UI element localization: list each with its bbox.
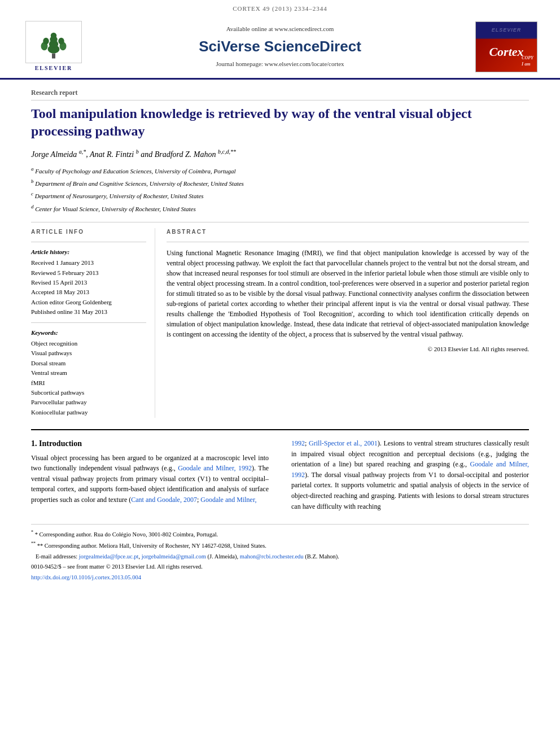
journal-center-header: Available online at www.sciencedirect.co… [85, 25, 475, 68]
footnote-2: ** ** Corresponding author. Meliora Hall… [31, 540, 529, 550]
cortex-journal-logo: ELSEVIER Cortex COPYI am [475, 21, 537, 72]
authors-line: Jorge Almeida a,*, Anat R. Fintzi b and … [31, 148, 529, 160]
citation-text: CORTEX 49 (2013) 2334–2344 [233, 5, 327, 12]
keywords-label: Keywords: [31, 329, 146, 337]
copyright-notice: © 2013 Elsevier Ltd. All rights reserved… [167, 345, 529, 353]
affiliations-block: a Faculty of Psychology and Education Sc… [31, 165, 529, 214]
keyword-object-recognition: Object recognition [31, 339, 146, 348]
info-divider-middle [31, 322, 146, 323]
keyword-parvocellular: Parvocellular pathway [31, 398, 146, 407]
affiliation-b: b Department of Brain and Cognitive Scie… [31, 177, 529, 189]
ref-cant-goodale[interactable]: Cant and Goodale, 2007 [131, 496, 197, 504]
section-divider [31, 222, 529, 222]
main-content: Research report Tool manipulation knowle… [0, 80, 560, 595]
introduction-section: 1. Introduction Visual object processing… [31, 429, 529, 515]
article-info-column: ARTICLE INFO Article history: Received 1… [31, 228, 155, 418]
sciverse-title: SciVerse ScienceDirect [85, 36, 475, 56]
keyword-dorsal-stream: Dorsal stream [31, 359, 146, 368]
history-revised-april: Revised 15 April 2013 [31, 278, 146, 287]
elsevier-logo-image [25, 21, 82, 63]
keywords-block: Keywords: Object recognition Visual path… [31, 329, 146, 417]
affiliation-a: a Faculty of Psychology and Education Sc… [31, 165, 529, 176]
history-accepted: Accepted 18 May 2013 [31, 288, 146, 296]
elsevier-tree-icon [37, 29, 71, 60]
abstract-heading: ABSTRACT [167, 228, 529, 236]
available-online-text: Available online at www.sciencedirect.co… [85, 25, 475, 33]
article-history-label: Article history: [31, 248, 146, 256]
journal-homepage-text: Journal homepage: www.elsevier.com/locat… [85, 60, 475, 68]
history-published-online: Published online 31 May 2013 [31, 308, 146, 316]
affiliation-d: d Center for Visual Science, University … [31, 203, 529, 214]
abstract-text: Using functional Magnetic Resonance Imag… [167, 248, 529, 339]
footnote-issn: 0010-9452/$ – see front matter © 2013 El… [31, 562, 529, 571]
elsevier-brand-text: ELSEVIER [35, 64, 73, 72]
history-reviewed: Reviewed 5 February 2013 [31, 269, 146, 277]
ref-goodale-milner-right[interactable]: Goodale and Milner, 1992 [291, 460, 529, 479]
footnote-1: * * Corresponding author. Rua do Colégio… [31, 529, 529, 539]
keyword-visual-pathways: Visual pathways [31, 349, 146, 357]
email-jorge-1[interactable]: jorgealmeida@fpce.uc.pt [79, 553, 139, 560]
article-title: Tool manipulation knowledge is retrieved… [31, 105, 529, 140]
ref-1992-right[interactable]: 1992 [291, 439, 305, 447]
footnote-doi: http://dx.doi.org/10.1016/j.cortex.2013.… [31, 573, 529, 582]
keyword-ventral-stream: Ventral stream [31, 369, 146, 377]
doi-link[interactable]: http://dx.doi.org/10.1016/j.cortex.2013.… [31, 574, 141, 580]
keyword-subcortical: Subcortical pathways [31, 388, 146, 397]
info-divider-top [31, 242, 146, 242]
ref-grill-spector[interactable]: Grill-Spector et al., 2001 [309, 439, 378, 447]
abstract-divider [167, 242, 529, 242]
article-info-abstract-section: ARTICLE INFO Article history: Received 1… [31, 228, 529, 418]
ref-goodale-milner-left[interactable]: Goodale and Milner, [200, 496, 256, 504]
article-history-block: Article history: Received 1 January 2013… [31, 248, 146, 317]
svg-point-4 [51, 33, 57, 39]
elsevier-logo: ELSEVIER [23, 21, 85, 72]
svg-point-8 [58, 38, 64, 45]
affiliation-c: c Department of Neurosurgery, University… [31, 190, 529, 201]
email-mahon[interactable]: mahon@rcbi.rochester.edu [240, 553, 304, 560]
svg-point-7 [43, 38, 49, 45]
introduction-left-text: Visual object processing has been argued… [31, 453, 269, 505]
footnotes-section: * * Corresponding author. Rua do Colégio… [31, 524, 529, 582]
citation-bar: CORTEX 49 (2013) 2334–2344 [0, 0, 560, 15]
introduction-right-text: 1992; Grill-Spector et al., 2001). Lesio… [291, 438, 529, 512]
section-type-label: Research report [31, 88, 529, 101]
footnote-email: E-mail addresses: jorgealmeida@fpce.uc.p… [31, 552, 529, 561]
introduction-left-column: 1. Introduction Visual object processing… [31, 438, 274, 515]
history-received: Received 1 January 2013 [31, 259, 146, 267]
introduction-right-column: 1992; Grill-Spector et al., 2001). Lesio… [286, 438, 529, 515]
article-info-heading: ARTICLE INFO [31, 228, 146, 236]
keyword-fmri: fMRI [31, 379, 146, 387]
abstract-column: ABSTRACT Using functional Magnetic Reson… [167, 228, 529, 418]
introduction-heading: 1. Introduction [31, 438, 269, 449]
email-jorge-2[interactable]: jorgebalmeida@gmail.com [142, 553, 206, 560]
ref-goodale-milner-1992-left[interactable]: Goodale and Milner, 1992 [178, 464, 252, 472]
svg-rect-0 [52, 54, 55, 59]
cortex-logo-text: Cortex [489, 43, 523, 61]
keyword-koniocellular: Koniocellular pathway [31, 408, 146, 417]
history-action-editor: Action editor Georg Goldenberg [31, 298, 146, 307]
journal-header: ELSEVIER Available online at www.science… [0, 15, 560, 80]
